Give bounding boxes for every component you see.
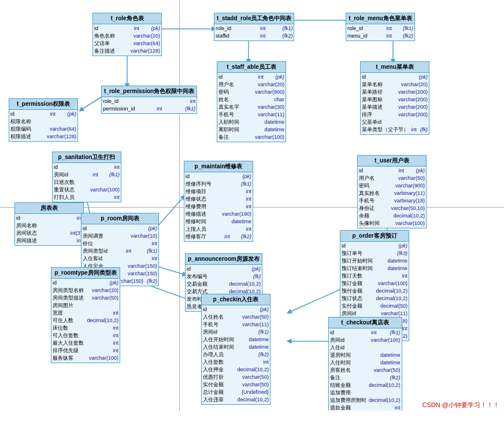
field-row: 上报人员int (186, 226, 251, 233)
table-header-p_sanitation: p_sanitation卫生打扫 (53, 152, 121, 163)
field-row: 退房时间datetime (330, 352, 401, 359)
field-row: 预订单号(fk3) (342, 250, 407, 257)
field-name: id (330, 329, 359, 337)
table-header-t_staff_role: t_stadd_role员工角色中间表 (214, 13, 294, 24)
field-name: 菜单路径 (362, 88, 391, 96)
field-row: 房间状态int(3) (16, 230, 82, 237)
field-row: 身份证varchar(50,10) (359, 205, 425, 212)
field-name: 用户名 (218, 81, 247, 88)
field-type: datetime (380, 352, 401, 359)
field-name: 维修费用 (186, 203, 214, 211)
field-name: 真实姓名 (359, 190, 388, 197)
field-row: 入住客idint (83, 255, 157, 263)
field-type: varbinary(18) (394, 197, 425, 205)
table-header-fang_biao: 房表表 (15, 203, 83, 214)
field-name: 菜单图标 (362, 96, 391, 104)
field-row: 余额decimal(10,2) (359, 212, 425, 220)
field-row: 离职时间datetime (218, 126, 284, 134)
field-name: 预付金额 (342, 287, 370, 295)
table-p_roomtype: p_roomtype房间类型表id(pk)房间类型名称varchar(20)房间… (51, 267, 120, 363)
field-type: int (258, 73, 264, 81)
field-type: varchar(200) (398, 104, 428, 111)
field-row: 房间idvarchar(100) (330, 337, 401, 344)
field-row: idint (16, 215, 82, 222)
field-name: 入住时间 (330, 359, 359, 367)
field-name: 上报人员 (186, 226, 214, 233)
table-header-t_user: t_user用户表 (358, 156, 426, 167)
field-row: 入住结束时间datetime (203, 344, 269, 351)
field-row: 维修描述varchar(190) (186, 211, 251, 218)
table-header-t_staff: t_staff_able员工表 (217, 62, 286, 73)
field-name: 父菜单id (362, 119, 391, 126)
table-body-p_roomtype: id(pk)房间类型名称varchar(20)房间类型描述varchar(50)… (51, 279, 120, 363)
field-type: int (411, 126, 417, 134)
field-key: (pk) (416, 167, 425, 175)
field-type: varchar(200) (398, 111, 428, 119)
field-name: 真实名字 (218, 104, 247, 111)
field-row: 入住时间datetime (330, 359, 401, 367)
field-key: (fk) (420, 126, 428, 134)
field-type: varchar(50) (398, 175, 425, 182)
svg-line-4 (81, 97, 101, 110)
field-row: 父话单varchar(64) (94, 40, 160, 47)
table-body-t_permission: idint(pk)权限名称权限编码varchar(64)权限描述varchar(… (9, 110, 77, 141)
field-row: idint(pk) (218, 73, 284, 81)
field-key: (pk) (67, 110, 76, 118)
field-type: varchar(11) (242, 321, 269, 328)
field-type: datetime (231, 218, 251, 226)
field-name: 入住结束时间 (203, 344, 234, 351)
field-type: int (113, 324, 118, 332)
field-row: 宽度int (53, 309, 118, 317)
field-row: 房间类型描述varchar(50) (53, 294, 118, 302)
field-type: {Undefined} (242, 389, 269, 396)
field-type: decimal(10,2) (376, 287, 407, 295)
field-name: 优惠打折 (203, 374, 232, 381)
table-p_maintain: p_maintain维修表id(pk)维修序列号(fk1)维修项目int维修状态… (184, 161, 253, 242)
field-type: varchar(900) (395, 182, 425, 190)
field-name: 退款金额 (330, 404, 359, 411)
field-name: 维修项目 (186, 188, 214, 195)
field-type: datetime (264, 119, 284, 126)
field-key: (fk1) (147, 248, 157, 255)
field-key: (pk) (419, 73, 428, 81)
table-fang_biao: 房表表idint房间名称房间状态int(3)房间描述int (14, 202, 84, 246)
field-name: 打扫人员 (54, 194, 83, 201)
table-header-p_roomtype: p_roomtype房间类型表 (51, 268, 120, 279)
field-name: 房间图片 (53, 302, 81, 309)
field-row: id(pk) (342, 242, 407, 250)
field-name: staffid (216, 32, 244, 40)
field-type: decimal(10,2) (369, 382, 401, 389)
field-type: datetime (387, 257, 407, 265)
table-header-t_permission: t_permission权限表 (9, 99, 77, 110)
field-type: varchar(20) (258, 81, 284, 88)
field-name: 重置状态 (54, 186, 83, 194)
field-row: 可住人数decimal(10,2) (53, 317, 118, 324)
field-row: 权限描述varchar(128) (10, 133, 76, 141)
field-name: 房客姓名 (330, 367, 359, 374)
field-name: 角色名称 (94, 32, 123, 40)
field-row: 服务纵客varchar(100) (53, 354, 118, 362)
field-row: 菜单名称varchar(20) (362, 81, 428, 88)
field-row: 用户名varchar(50) (359, 175, 425, 182)
field-key: (fk3) (397, 250, 407, 257)
field-type: varchar(100) (371, 337, 401, 344)
field-name: 权限名称 (10, 118, 39, 125)
field-type: int (157, 105, 162, 113)
field-row: 打扫人员int (54, 194, 120, 201)
field-name: id (53, 279, 81, 287)
field-row: 备注(fk2) (330, 374, 401, 382)
field-name: 入住套数 (203, 359, 232, 366)
field-row: 房间类型名称varchar(20) (53, 287, 118, 294)
field-key: (fk1) (390, 329, 401, 337)
field-row: 退款金额int (330, 404, 401, 411)
svg-line-10 (156, 266, 185, 275)
field-row: 交易金额decimal(10,2) (187, 280, 261, 288)
field-row: idint(pk) (94, 25, 160, 32)
field-row: 排序varchar(200) (362, 111, 428, 119)
field-name: 维修序列号 (186, 180, 214, 188)
field-type: varchar(100) (395, 220, 425, 227)
field-name: 头像时间 (359, 220, 388, 227)
field-row: 房间id(fk1) (203, 328, 269, 336)
field-row: 用户名varchar(20) (218, 81, 284, 88)
field-name: 入住客id (83, 255, 112, 263)
